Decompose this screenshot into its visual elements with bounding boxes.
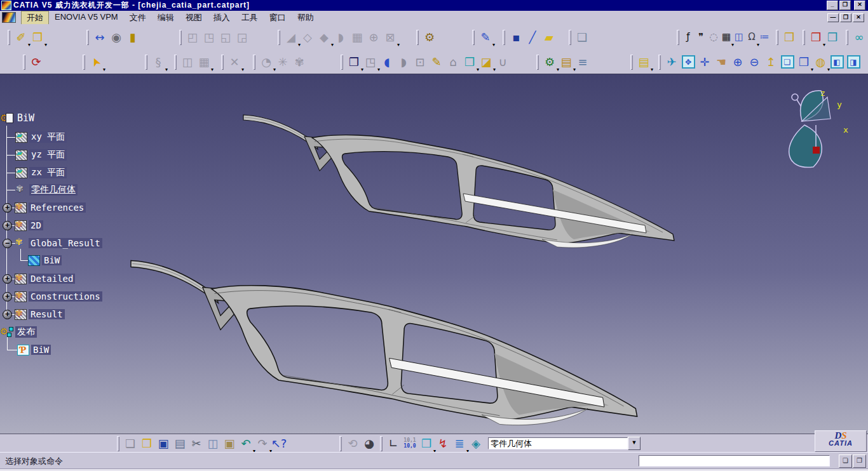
- sketch-support-button[interactable]: ✎: [428, 54, 445, 70]
- pattern-button[interactable]: ▦: [349, 29, 365, 46]
- dropdown-arrow-icon[interactable]: ▾: [492, 42, 495, 48]
- open-in-new-window-button[interactable]: ✐▾: [13, 29, 29, 46]
- status-doc-button-1[interactable]: ❏: [839, 454, 852, 468]
- cube-teal-button[interactable]: ❒▾: [461, 54, 478, 70]
- expand-plus-icon[interactable]: +: [3, 310, 12, 319]
- print-button[interactable]: ▤: [172, 435, 188, 452]
- weight-button[interactable]: ▮: [125, 29, 141, 46]
- structure-tree-button[interactable]: ≡: [574, 54, 591, 70]
- collapse-minus-icon[interactable]: −: [3, 239, 12, 248]
- menu-item-插入[interactable]: 插入: [208, 11, 236, 25]
- undo-button[interactable]: ↶▾: [238, 435, 254, 452]
- layered-surface-button[interactable]: ▤▾: [635, 54, 652, 70]
- sketcher-button[interactable]: ✎▾: [477, 29, 494, 46]
- tree-node-label[interactable]: Detailed: [29, 274, 75, 284]
- points-grid-button[interactable]: ▦▾: [196, 54, 212, 70]
- explode-axis-button[interactable]: ✕▾: [226, 54, 243, 70]
- toolbar-grip[interactable]: [380, 436, 383, 451]
- gears-green-button[interactable]: ⚙▾: [541, 54, 558, 70]
- zoom-in-button[interactable]: ⊕: [729, 54, 746, 70]
- toolbar-grip[interactable]: [253, 55, 255, 70]
- tree-node-label[interactable]: BiW: [15, 112, 36, 124]
- measure-inertia-button[interactable]: ◉: [108, 29, 125, 46]
- decimal-precision-button[interactable]: 10,110,0: [402, 435, 418, 452]
- catalog-box-3-button[interactable]: ◱: [217, 29, 234, 46]
- hole-button[interactable]: ⊡: [412, 54, 428, 70]
- insert-body-button[interactable]: ❐▾: [346, 54, 362, 70]
- relations-ring-button[interactable]: ◌: [707, 29, 720, 46]
- tree-node-label[interactable]: xy 平面: [29, 131, 67, 143]
- mdi-minimize-button[interactable]: —: [827, 13, 839, 22]
- toolbar-grip[interactable]: [630, 55, 633, 70]
- close-button[interactable]: ✕: [854, 1, 865, 10]
- pan-button[interactable]: ✛: [696, 54, 713, 70]
- dropdown-arrow-icon[interactable]: ▾: [211, 67, 214, 72]
- toolbar-grip[interactable]: [776, 30, 778, 45]
- patch-button[interactable]: ✾: [291, 54, 308, 70]
- plane-icon[interactable]: ▰: [15, 132, 27, 143]
- line-button[interactable]: ╱: [524, 29, 541, 46]
- toolbar-grip[interactable]: [803, 30, 805, 45]
- tree-node-label[interactable]: Constructions: [29, 291, 102, 302]
- restore-button[interactable]: ❐: [839, 1, 851, 10]
- thickness-button[interactable]: ◆▾: [316, 29, 332, 46]
- toolbar-grip[interactable]: [86, 30, 89, 45]
- mdi-restore-button[interactable]: ❐: [840, 13, 851, 22]
- tree-node-label[interactable]: BiW: [31, 345, 51, 355]
- extrude-button[interactable]: ❑: [574, 29, 590, 46]
- 3d-viewport[interactable]: z y x: [0, 74, 868, 434]
- plane-icon[interactable]: ▰: [15, 168, 27, 178]
- wedge-button[interactable]: ◢▾: [283, 29, 299, 46]
- axis-target-button[interactable]: ⊕: [365, 29, 382, 46]
- redo-button[interactable]: ↷▾: [254, 435, 271, 452]
- tree-node-label[interactable]: References: [29, 202, 86, 213]
- toolbar-grip[interactable]: [8, 30, 10, 45]
- list-view-button[interactable]: ≣▾: [451, 435, 468, 452]
- toolbar-grip[interactable]: [569, 30, 571, 45]
- update-document-button[interactable]: ⟲: [344, 435, 361, 452]
- fly-mode-button[interactable]: ✈: [663, 54, 680, 70]
- working-set-combobox[interactable]: 零件几何体▼: [488, 437, 641, 450]
- toolbar-grip[interactable]: [536, 55, 539, 70]
- toolbar-grip[interactable]: [278, 30, 280, 45]
- scaling-box-button[interactable]: ⊠▾: [382, 29, 398, 46]
- menu-item-文件[interactable]: 文件: [124, 11, 152, 25]
- paste-button[interactable]: ▣: [221, 435, 238, 452]
- geoset-icon[interactable]: ✾: [15, 309, 27, 320]
- toolbar-grip[interactable]: [677, 30, 679, 45]
- menu-item-开始[interactable]: 开始: [21, 11, 49, 25]
- quad-view-button[interactable]: ❏: [779, 54, 796, 70]
- catalog-book-button[interactable]: ◈: [468, 435, 484, 452]
- tree-node-label[interactable]: zx 平面: [29, 167, 67, 178]
- globe-hand-button[interactable]: ◕: [361, 435, 377, 452]
- comment-bubble-button[interactable]: ❞: [695, 29, 707, 46]
- mirror-button[interactable]: ◫: [179, 54, 196, 70]
- model-canvas[interactable]: z y x: [0, 74, 868, 434]
- toolbar-grip[interactable]: [416, 30, 419, 45]
- toolbar-grip[interactable]: [23, 55, 25, 70]
- toolbar-grip[interactable]: [339, 436, 342, 451]
- tree-node-label[interactable]: yz 平面: [29, 149, 67, 161]
- tree-node-label[interactable]: Result: [29, 309, 65, 319]
- tree-node-label[interactable]: 零件几何体: [29, 184, 78, 196]
- tree-node-label[interactable]: 2D: [29, 220, 43, 230]
- plane-button[interactable]: ▰: [541, 29, 557, 46]
- part-exchange-button[interactable]: ❒▾: [418, 435, 435, 452]
- toolbar-grip[interactable]: [503, 30, 505, 45]
- command-input[interactable]: [639, 455, 830, 467]
- equivalent-dimensions-button[interactable]: ≔: [758, 29, 771, 46]
- toolbar-grip[interactable]: [472, 30, 475, 45]
- pub-root-icon[interactable]: ⚙: [1, 327, 13, 338]
- normal-view-button[interactable]: ↥: [763, 54, 779, 70]
- dropdown-arrow-icon[interactable]: ▾: [103, 67, 105, 72]
- combobox-dropdown-button[interactable]: ▼: [628, 437, 641, 450]
- boolean-op-button[interactable]: ◳▾: [362, 54, 379, 70]
- surface-yellow-button[interactable]: ◪▾: [478, 54, 494, 70]
- geoset-icon[interactable]: ✾: [15, 274, 27, 284]
- tree-node-label[interactable]: 发布: [15, 326, 37, 338]
- new-document-button[interactable]: ❏: [122, 435, 139, 452]
- cut-button[interactable]: ✂: [188, 435, 205, 452]
- view-mode-b-button[interactable]: ◨: [845, 54, 862, 70]
- iso-view-button[interactable]: ❒▾: [796, 54, 812, 70]
- dropdown-arrow-icon[interactable]: ▾: [44, 42, 47, 48]
